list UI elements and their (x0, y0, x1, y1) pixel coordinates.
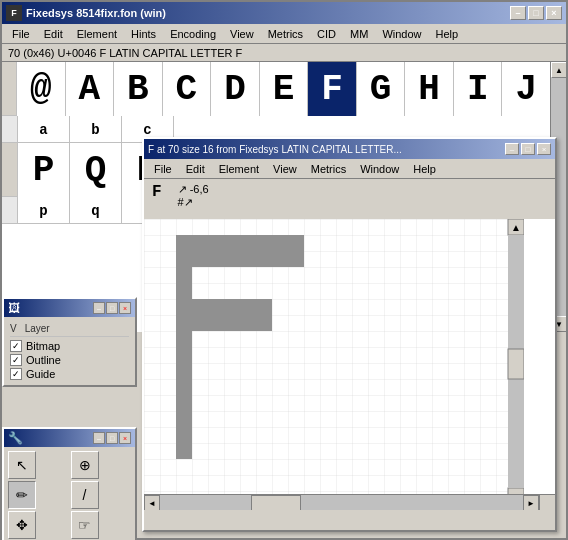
tools-close-btn[interactable]: × (119, 432, 131, 444)
hscroll-track (160, 495, 523, 510)
menu-element[interactable]: Element (71, 26, 123, 42)
char-I[interactable]: I (454, 62, 503, 116)
layer-minimize-btn[interactable]: – (93, 302, 105, 314)
layer-palette-icon: 🖼 (8, 301, 20, 315)
char-H[interactable]: H (405, 62, 454, 116)
move-tool[interactable]: ✥ (8, 511, 36, 539)
tools-palette-title: 🔧 – □ × (4, 429, 135, 447)
pixel-grid-svg: ▲ ▼ (144, 219, 524, 504)
char-J[interactable]: J (502, 62, 551, 116)
editor-menu-metrics[interactable]: Metrics (305, 161, 352, 177)
char-b-small[interactable]: b (70, 116, 122, 143)
layer-maximize-btn[interactable]: □ (106, 302, 118, 314)
editor-menu-view[interactable]: View (267, 161, 303, 177)
editor-maximize-btn[interactable]: □ (521, 143, 535, 155)
menu-window[interactable]: Window (376, 26, 427, 42)
tools-minimize-btn[interactable]: – (93, 432, 105, 444)
pointer-tool[interactable]: ↖ (8, 451, 36, 479)
outline-layer-label: Outline (26, 354, 61, 366)
svg-rect-9 (176, 347, 192, 363)
menu-help[interactable]: Help (430, 26, 465, 42)
layer-header: V Layer (10, 321, 129, 337)
menu-view[interactable]: View (224, 26, 260, 42)
editor-minimize-btn[interactable]: – (505, 143, 519, 155)
char-q-small[interactable]: q (70, 197, 122, 224)
menu-metrics[interactable]: Metrics (262, 26, 309, 42)
editor-canvas: ▲ ▼ ◄ ► (144, 219, 555, 510)
layer-close-btn[interactable]: × (119, 302, 131, 314)
char-A[interactable]: A (66, 62, 115, 116)
svg-rect-14 (176, 427, 192, 443)
editor-menu-file[interactable]: File (148, 161, 178, 177)
hscroll-thumb[interactable] (251, 495, 301, 510)
editor-title-buttons: – □ × (505, 143, 551, 155)
svg-rect-11 (176, 379, 192, 395)
svg-rect-15 (176, 443, 192, 459)
menu-cid[interactable]: CID (311, 26, 342, 42)
char-F[interactable]: F (308, 62, 357, 116)
svg-rect-8 (176, 331, 192, 347)
app-icon: F (6, 5, 22, 21)
layer-v-header: V (10, 323, 17, 334)
slash-tool[interactable]: / (71, 481, 99, 509)
char-C[interactable]: C (163, 62, 212, 116)
hscroll-corner (539, 495, 555, 510)
char-Q[interactable]: Q (70, 143, 122, 197)
char-E[interactable]: E (260, 62, 309, 116)
maximize-button[interactable]: □ (528, 6, 544, 20)
editor-menu-element[interactable]: Element (213, 161, 265, 177)
editor-hscrollbar[interactable]: ◄ ► (144, 494, 555, 510)
menu-hints[interactable]: Hints (125, 26, 162, 42)
char-G[interactable]: G (357, 62, 406, 116)
char-a-small[interactable]: a (18, 116, 70, 143)
svg-rect-3 (176, 251, 304, 267)
outline-visible-checkbox[interactable]: ✓ (10, 354, 22, 366)
char-D[interactable]: D (211, 62, 260, 116)
title-bar-left: F Fixedsys 8514fixr.fon (win) (6, 5, 166, 21)
layer-row-bitmap: ✓ Bitmap (10, 339, 129, 353)
tools-title-buttons: – □ × (93, 432, 131, 444)
editor-close-btn[interactable]: × (537, 143, 551, 155)
editor-menu-help[interactable]: Help (407, 161, 442, 177)
hscroll-right-btn[interactable]: ► (523, 495, 539, 510)
svg-rect-10 (176, 363, 192, 379)
editor-info-bar: F ↗ -6,6 #↗ (144, 179, 555, 219)
char-B[interactable]: B (114, 62, 163, 116)
menu-mm[interactable]: MM (344, 26, 374, 42)
char-at[interactable]: @ (17, 62, 66, 116)
guide-layer-label: Guide (26, 368, 55, 380)
main-menubar: File Edit Element Hints Encoding View Me… (2, 24, 566, 44)
svg-rect-12 (176, 395, 192, 411)
menu-file[interactable]: File (6, 26, 36, 42)
svg-rect-7 (176, 315, 272, 331)
hand-tool[interactable]: ☞ (71, 511, 99, 539)
close-button[interactable]: × (546, 6, 562, 20)
scroll-up-btn[interactable]: ▲ (551, 62, 566, 78)
layer-row-outline: ✓ Outline (10, 353, 129, 367)
hscroll-left-btn[interactable]: ◄ (144, 495, 160, 510)
editor-menu-edit[interactable]: Edit (180, 161, 211, 177)
editor-coords: ↗ -6,6 (178, 183, 209, 196)
editor-menu-window[interactable]: Window (354, 161, 405, 177)
svg-rect-22 (508, 349, 524, 379)
editor-title-text: F at 70 size 16 from Fixedsys LATIN CAPI… (148, 144, 402, 155)
char-p-small[interactable]: p (18, 197, 70, 224)
pencil-tool[interactable]: ✏ (8, 481, 36, 509)
layer-name-header: Layer (25, 323, 50, 334)
layer-palette: 🖼 – □ × V Layer ✓ Bitmap ✓ Outline ✓ G (2, 297, 137, 387)
svg-rect-5 (176, 283, 192, 299)
menu-edit[interactable]: Edit (38, 26, 69, 42)
layer-row-guide: ✓ Guide (10, 367, 129, 381)
char-P[interactable]: P (18, 143, 70, 197)
tools-palette: 🔧 – □ × ↖ ⊕ ✏ / ✥ ☞ (2, 427, 137, 540)
editor-menubar: File Edit Element View Metrics Window He… (144, 159, 555, 179)
bitmap-visible-checkbox[interactable]: ✓ (10, 340, 22, 352)
layer-palette-title: 🖼 – □ × (4, 299, 135, 317)
svg-rect-2 (176, 235, 304, 251)
menu-encoding[interactable]: Encoding (164, 26, 222, 42)
zoom-tool[interactable]: ⊕ (71, 451, 99, 479)
guide-visible-checkbox[interactable]: ✓ (10, 368, 22, 380)
editor-window: F at 70 size 16 from Fixedsys LATIN CAPI… (142, 137, 557, 532)
tools-maximize-btn[interactable]: □ (106, 432, 118, 444)
minimize-button[interactable]: – (510, 6, 526, 20)
